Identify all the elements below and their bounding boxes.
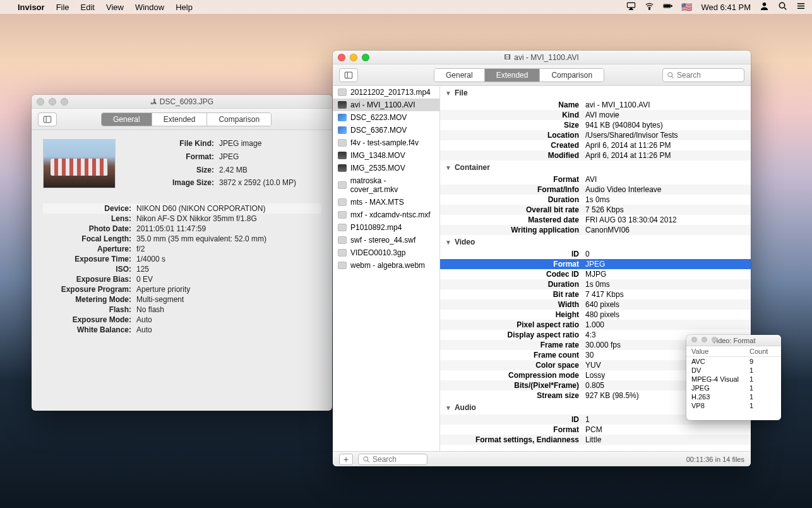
summary-row[interactable]: VP81 [686, 401, 781, 410]
file-list-item[interactable]: avi - MVI_1100.AVI [333, 99, 439, 111]
file-list-item[interactable]: VIDEO0010.3gp [333, 246, 439, 259]
close-button[interactable] [37, 98, 44, 106]
detail-row[interactable]: Photo Date:2011:05:01 11:47:59 [43, 224, 321, 234]
property-row[interactable]: Format/InfoAudio Video Interleave [440, 184, 751, 195]
disclosure-triangle-icon[interactable]: ▼ [445, 404, 451, 411]
tab-general[interactable]: General [102, 113, 152, 126]
detail-row[interactable]: Exposure Program:Aperture priority [43, 284, 321, 294]
minimize-button[interactable] [350, 54, 357, 61]
property-row[interactable]: ModifiedApril 6, 2014 at 11:26 PM [440, 150, 751, 160]
property-row[interactable]: Bit rate7 417 Kbps [440, 289, 751, 299]
column-value-header[interactable]: Value [691, 348, 749, 355]
summary-row[interactable]: AVC9 [686, 357, 781, 366]
sidebar-toggle-button[interactable] [38, 112, 57, 126]
file-list-item[interactable]: mxf - xdcamdv-ntsc.mxf [333, 209, 439, 221]
app-menu[interactable]: Invisor [18, 3, 45, 12]
property-row[interactable]: KindAVI movie [440, 110, 751, 120]
close-button[interactable] [338, 54, 345, 61]
detail-row[interactable]: Aperture:f/2 [43, 244, 321, 254]
close-button[interactable] [691, 337, 697, 342]
property-row[interactable]: Writing applicationCanonMVI06 [440, 225, 751, 235]
menu-edit[interactable]: Edit [81, 3, 95, 12]
menu-help[interactable]: Help [176, 3, 193, 12]
menu-view[interactable]: View [106, 3, 124, 12]
group-header[interactable]: ▼File [440, 86, 751, 100]
search-input[interactable] [373, 455, 417, 464]
property-row[interactable]: Duration1s 0ms [440, 279, 751, 289]
summary-row[interactable]: JPEG1 [686, 384, 781, 392]
tab-general[interactable]: General [434, 69, 484, 82]
zoom-button[interactable] [362, 54, 369, 61]
property-row[interactable]: Pixel aspect ratio1.000 [440, 320, 751, 330]
file-list-item[interactable]: mts - MAX.MTS [333, 196, 439, 209]
detail-row[interactable]: Exposure Bias:0 EV [43, 274, 321, 284]
file-list-item[interactable]: IMG_1348.MOV [333, 149, 439, 162]
summary-row[interactable]: DV1 [686, 366, 781, 375]
disclosure-triangle-icon[interactable]: ▼ [445, 239, 451, 246]
airplay-icon[interactable] [626, 1, 636, 13]
footer-search[interactable] [358, 454, 427, 465]
property-row[interactable]: FormatAVI [440, 174, 751, 184]
menubar-clock[interactable]: Wed 6:41 PM [701, 3, 751, 12]
property-row[interactable]: ID0 [440, 249, 751, 259]
menu-window[interactable]: Window [135, 3, 164, 12]
property-row[interactable]: FormatJPEG [440, 259, 751, 269]
file-list-item[interactable]: f4v - test-sample.f4v [333, 136, 439, 149]
menu-file[interactable]: File [56, 3, 69, 12]
property-row[interactable]: Nameavi - MVI_1100.AVI [440, 100, 751, 110]
group-header[interactable]: ▼Video [440, 235, 751, 249]
titlebar[interactable]: Video: Format [686, 335, 781, 346]
detail-row[interactable]: Focal Length:35.0 mm (35 mm equivalent: … [43, 234, 321, 244]
summary-row[interactable]: MPEG-4 Visual1 [686, 375, 781, 384]
search-input[interactable] [677, 71, 727, 80]
detail-row[interactable]: White Balance:Auto [43, 325, 321, 335]
file-list-item[interactable]: IMG_2535.MOV [333, 162, 439, 174]
group-header[interactable]: ▼Container [440, 160, 751, 174]
property-row[interactable]: Format settings, EndiannessLittle [440, 435, 751, 445]
disclosure-triangle-icon[interactable]: ▼ [445, 164, 451, 171]
wifi-icon[interactable] [645, 1, 654, 13]
property-row[interactable]: Overall bit rate7 526 Kbps [440, 205, 751, 215]
detail-row[interactable]: Exposure Time:1/4000 s [43, 254, 321, 264]
titlebar[interactable]: 🎞 avi - MVI_1100.AVI [333, 51, 751, 64]
toolbar-search[interactable] [662, 68, 744, 82]
spotlight-icon[interactable] [778, 1, 787, 13]
property-row[interactable]: Size941 KB (940804 bytes) [440, 120, 751, 130]
user-icon[interactable] [760, 1, 769, 13]
disclosure-triangle-icon[interactable]: ▼ [445, 90, 451, 97]
summary-row[interactable]: H.2631 [686, 392, 781, 401]
tab-extended[interactable]: Extended [484, 69, 540, 82]
tab-extended[interactable]: Extended [152, 113, 207, 126]
property-row[interactable]: Location/Users/Shared/Invisor Tests [440, 130, 751, 140]
file-list-item[interactable]: DSC_6367.MOV [333, 124, 439, 136]
tab-comparison[interactable]: Comparison [206, 113, 271, 126]
flag-icon[interactable]: 🇺🇸 [681, 2, 692, 12]
detail-row[interactable]: ISO:125 [43, 264, 321, 274]
property-row[interactable]: Codec IDMJPG [440, 269, 751, 279]
zoom-button[interactable] [61, 98, 68, 106]
battery-icon[interactable] [663, 1, 672, 13]
file-list-item[interactable]: matroska - cover_art.mkv [333, 174, 439, 196]
property-row[interactable]: FormatPCM [440, 425, 751, 435]
zoom-button[interactable] [712, 337, 717, 342]
sidebar-toggle-button[interactable] [339, 68, 358, 82]
minimize-button[interactable] [49, 98, 56, 106]
detail-row[interactable]: Exposure Mode:Auto [43, 315, 321, 325]
detail-row[interactable]: Flash:No flash [43, 305, 321, 315]
property-row[interactable]: Height480 pixels [440, 310, 751, 320]
property-row[interactable]: CreatedApril 6, 2014 at 11:26 PM [440, 140, 751, 150]
detail-row[interactable]: Device:NIKON D60 (NIKON CORPORATION) [43, 203, 321, 214]
property-row[interactable]: Duration1s 0ms [440, 195, 751, 205]
column-count-header[interactable]: Count [749, 348, 776, 355]
notification-center-icon[interactable] [796, 1, 806, 13]
tab-comparison[interactable]: Comparison [539, 69, 604, 82]
property-row[interactable]: Width640 pixels [440, 299, 751, 310]
file-list-item[interactable]: 20121202_201713.mp4 [333, 86, 439, 99]
detail-row[interactable]: Metering Mode:Multi-segment [43, 294, 321, 305]
file-list-item[interactable]: webm - algebra.webm [333, 259, 439, 272]
detail-row[interactable]: Lens:Nikon AF-S DX Nikkor 35mm f/1.8G [43, 214, 321, 224]
file-list-item[interactable]: DSC_6223.MOV [333, 111, 439, 124]
file-list[interactable]: 20121202_201713.mp4avi - MVI_1100.AVIDSC… [333, 86, 440, 451]
minimize-button[interactable] [702, 337, 707, 342]
property-row[interactable]: Mastered dateFRI AUG 03 18:30:04 2012 [440, 215, 751, 225]
